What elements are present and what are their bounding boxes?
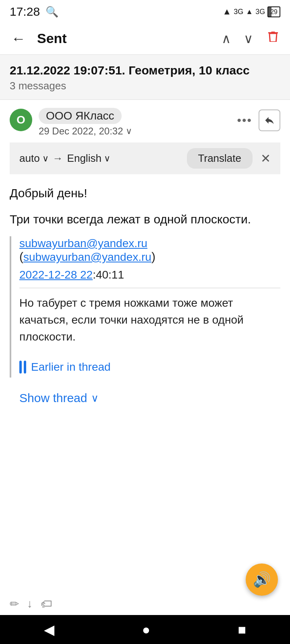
speaker-icon: 🔊: [253, 571, 271, 588]
signal-icon: 3G: [234, 8, 243, 16]
label-icon: 🏷: [41, 597, 52, 611]
battery-icon: 29: [267, 6, 280, 17]
from-lang-selector[interactable]: auto ∨: [19, 152, 49, 165]
signal3-icon: 3G: [255, 8, 265, 16]
navigate-up-button[interactable]: ∧: [220, 29, 232, 48]
compose-icon: ✏: [10, 597, 19, 611]
quoted-meta: subwayurban@yandex.ru (subwayurban@yande…: [19, 236, 280, 281]
nav-back-button[interactable]: ◀: [36, 618, 62, 641]
app-bar: ← Sent ∧ ∨: [0, 23, 290, 55]
navigate-down-button[interactable]: ∨: [242, 29, 255, 48]
email-body: Добрый день! Три точки всегда лежат в од…: [0, 174, 290, 411]
translate-button[interactable]: Translate: [187, 148, 253, 169]
email-card: O ООО ЯКласс 29 Dec 2022, 20:32 ∨ ••• au…: [0, 100, 290, 174]
earlier-in-thread-label: Earlier in thread: [31, 361, 111, 374]
app-bar-actions: ∧ ∨: [220, 28, 282, 49]
email-greeting: Добрый день!: [10, 184, 280, 202]
thread-count: 3 messages: [10, 80, 280, 92]
translate-close-button[interactable]: ✕: [261, 151, 271, 165]
signal2-icon: ▲: [246, 8, 253, 16]
show-thread-label: Show thread: [19, 391, 87, 405]
audio-fab-button[interactable]: 🔊: [246, 564, 278, 596]
date-dropdown-icon[interactable]: ∨: [126, 126, 132, 136]
sender-actions: •••: [237, 109, 280, 131]
from-lang-label: auto: [19, 152, 40, 165]
translate-bar: auto ∨ → English ∨ Translate ✕: [10, 142, 280, 174]
show-thread-button[interactable]: Show thread ∨: [10, 386, 280, 411]
nav-home-button[interactable]: ●: [134, 619, 158, 641]
show-thread-chevron-icon: ∨: [91, 392, 99, 405]
sender-date: 29 Dec 2022, 20:32 ∨: [39, 126, 230, 137]
to-lang-selector[interactable]: English ∨: [67, 152, 110, 165]
sender-info: ООО ЯКласс 29 Dec 2022, 20:32 ∨: [39, 108, 230, 137]
back-button[interactable]: ←: [8, 27, 29, 50]
quoted-block: subwayurban@yandex.ru (subwayurban@yande…: [10, 236, 280, 378]
quoted-email-link[interactable]: subwayurban@yandex.ru: [19, 237, 147, 250]
nav-recent-button[interactable]: ■: [230, 619, 255, 641]
status-time: 17:28: [10, 5, 40, 19]
search-status-icon: 🔍: [46, 6, 58, 18]
navigation-bar: ◀ ● ■: [0, 615, 290, 644]
delete-button[interactable]: [264, 28, 282, 49]
sender-chip[interactable]: ООО ЯКласс: [39, 108, 122, 124]
quoted-divider: [19, 288, 280, 288]
status-bar: 17:28 🔍 ▲ 3G ▲ 3G 29: [0, 0, 290, 23]
bottom-toolbar-hint: ✏ ↓ 🏷: [0, 592, 290, 615]
battery-level: 29: [270, 8, 278, 15]
quoted-email-paren-link[interactable]: subwayurban@yandex.ru: [23, 251, 151, 263]
sender-row: O ООО ЯКласс 29 Dec 2022, 20:32 ∨ •••: [10, 108, 280, 137]
to-lang-label: English: [67, 152, 102, 165]
earlier-bars-icon: [19, 361, 26, 374]
app-bar-title: Sent: [37, 31, 220, 46]
email-main-text: Три точки всегда лежат в одной плоскости…: [10, 210, 280, 228]
translate-arrow-icon: →: [53, 152, 63, 165]
wifi-icon: ▲: [223, 6, 232, 17]
archive-icon: ↓: [27, 597, 33, 610]
more-options-button[interactable]: •••: [237, 114, 252, 127]
quoted-date-link[interactable]: 2022-12-28 22: [19, 268, 93, 281]
thread-title: 21.12.2022 19:07:51. Геометрия, 10 класс: [10, 64, 280, 77]
reply-button[interactable]: [259, 109, 280, 131]
quoted-text: Но табурет с тремя ножками тоже может ка…: [19, 295, 280, 345]
earlier-in-thread-button[interactable]: Earlier in thread: [19, 357, 280, 378]
to-lang-chevron-icon: ∨: [104, 153, 110, 164]
from-lang-chevron-icon: ∨: [42, 153, 49, 164]
thread-header: 21.12.2022 19:07:51. Геометрия, 10 класс…: [0, 55, 290, 100]
sender-avatar: O: [10, 109, 32, 131]
quoted-date-plain: :40:11: [93, 268, 124, 281]
status-icons: ▲ 3G ▲ 3G 29: [223, 6, 280, 17]
